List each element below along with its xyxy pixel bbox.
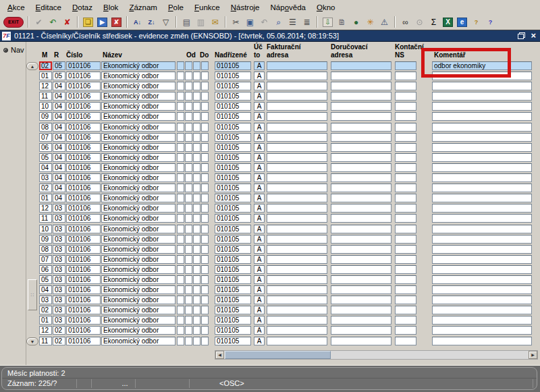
cell-fakt[interactable] xyxy=(267,326,327,335)
cell-uc[interactable]: A xyxy=(254,214,265,223)
cell-nazev[interactable]: Ekonomický odbor xyxy=(101,163,176,172)
cell-m[interactable]: 11 xyxy=(39,214,52,223)
cell-doruc[interactable] xyxy=(331,153,392,162)
cell-s2[interactable] xyxy=(185,204,192,213)
cell-m[interactable]: 12 xyxy=(39,204,52,213)
cell-r[interactable]: 03 xyxy=(53,225,65,233)
cell-kont[interactable] xyxy=(395,265,416,274)
cell-doruc[interactable] xyxy=(331,214,392,223)
cell-s2[interactable] xyxy=(185,194,192,202)
cell-s1[interactable] xyxy=(177,275,184,284)
cell-nazev[interactable]: Ekonomický odbor xyxy=(101,255,176,264)
cell-nadrizene[interactable]: 010105 xyxy=(215,61,251,70)
cell-m[interactable]: 10 xyxy=(39,102,52,111)
cell-s4[interactable] xyxy=(201,337,209,345)
cell-s2[interactable] xyxy=(185,225,192,233)
cell-doruc[interactable] xyxy=(331,316,392,325)
cell-r[interactable]: 03 xyxy=(53,214,65,223)
scan-icon[interactable]: ▥ xyxy=(194,16,208,29)
cell-s3[interactable] xyxy=(193,61,200,70)
cell-uc[interactable]: A xyxy=(254,225,265,233)
browser-icon[interactable]: e xyxy=(455,16,469,29)
cell-s3[interactable] xyxy=(193,316,200,325)
cell-nazev[interactable]: Ekonomický odbor xyxy=(101,275,176,284)
cell-s1[interactable] xyxy=(177,235,184,244)
cell-m[interactable]: 02 xyxy=(39,184,52,192)
cell-r[interactable]: 05 xyxy=(53,61,65,70)
cell-m[interactable]: 02 xyxy=(39,61,52,70)
cell-s1[interactable] xyxy=(177,82,184,90)
cell-fakt[interactable] xyxy=(267,92,327,101)
cell-r[interactable]: 03 xyxy=(53,245,65,254)
cell-kont[interactable] xyxy=(395,285,416,294)
cell-doruc[interactable] xyxy=(331,245,392,254)
cell-uc[interactable]: A xyxy=(254,143,265,152)
document-icon[interactable]: 🗎 xyxy=(335,16,349,29)
cell-nadrizene[interactable]: 010105 xyxy=(215,194,251,202)
cell-kont[interactable] xyxy=(395,184,416,192)
cell-kont[interactable] xyxy=(395,194,416,202)
cell-doruc[interactable] xyxy=(331,296,392,304)
cell-cislo[interactable]: 010106 xyxy=(66,82,101,90)
cell-fakt[interactable] xyxy=(267,275,327,284)
cell-komentar[interactable] xyxy=(432,275,532,284)
cell-s3[interactable] xyxy=(193,92,200,101)
cell-kont[interactable] xyxy=(395,306,416,314)
menu-item-okno[interactable]: Okno xyxy=(311,1,341,13)
cell-s3[interactable] xyxy=(193,173,200,182)
cell-s2[interactable] xyxy=(185,316,192,325)
cell-fakt[interactable] xyxy=(267,173,327,182)
cell-fakt[interactable] xyxy=(267,61,327,70)
cell-fakt[interactable] xyxy=(267,82,327,90)
cell-cislo[interactable]: 010106 xyxy=(66,61,101,70)
cell-doruc[interactable] xyxy=(331,123,392,132)
cell-m[interactable]: 03 xyxy=(39,173,52,182)
excel-icon[interactable]: X xyxy=(441,16,455,29)
cell-r[interactable]: 04 xyxy=(53,184,65,192)
cell-fakt[interactable] xyxy=(267,123,327,132)
cell-doruc[interactable] xyxy=(331,337,392,345)
cell-nadrizene[interactable]: 010105 xyxy=(215,245,251,254)
cell-komentar[interactable] xyxy=(432,123,532,132)
cell-uc[interactable]: A xyxy=(254,173,265,182)
cell-uc[interactable]: A xyxy=(254,337,265,345)
cell-s3[interactable] xyxy=(193,143,200,152)
cell-m[interactable]: 05 xyxy=(39,153,52,162)
nav-item[interactable]: Nav xyxy=(3,46,26,54)
cell-s3[interactable] xyxy=(193,72,200,80)
cell-nazev[interactable]: Ekonomický odbor xyxy=(101,173,176,182)
cell-doruc[interactable] xyxy=(331,255,392,264)
sigma-icon[interactable]: Σ xyxy=(427,16,441,29)
cell-m[interactable]: 04 xyxy=(39,163,52,172)
menu-item-blok[interactable]: Blok xyxy=(98,1,124,13)
cell-s1[interactable] xyxy=(177,265,184,274)
cell-s4[interactable] xyxy=(201,184,209,192)
cell-komentar[interactable] xyxy=(432,163,532,172)
cell-r[interactable]: 03 xyxy=(53,296,65,304)
cell-s3[interactable] xyxy=(193,306,200,314)
cell-cislo[interactable]: 010106 xyxy=(66,326,101,335)
cell-cislo[interactable]: 010106 xyxy=(66,194,101,202)
cell-r[interactable]: 03 xyxy=(53,285,65,294)
run-query-icon[interactable]: ▶ xyxy=(95,16,109,29)
cell-s2[interactable] xyxy=(185,296,192,304)
cell-nadrizene[interactable]: 010105 xyxy=(215,123,251,132)
cell-r[interactable]: 04 xyxy=(53,92,65,101)
menu-item-funkce[interactable]: Funkce xyxy=(189,1,225,13)
cell-cislo[interactable]: 010106 xyxy=(66,316,101,325)
cell-s2[interactable] xyxy=(185,184,192,192)
cell-s4[interactable] xyxy=(201,306,209,314)
cell-uc[interactable]: A xyxy=(254,265,265,274)
cell-s2[interactable] xyxy=(185,326,192,335)
cell-s4[interactable] xyxy=(201,112,209,121)
sort-desc-icon[interactable]: Z↓ xyxy=(144,16,159,29)
cell-s2[interactable] xyxy=(185,61,192,70)
cell-m[interactable]: 05 xyxy=(39,275,52,284)
cell-kont[interactable] xyxy=(395,173,416,182)
cell-doruc[interactable] xyxy=(331,265,392,274)
cell-s4[interactable] xyxy=(201,204,209,213)
cell-doruc[interactable] xyxy=(331,235,392,244)
cell-nazev[interactable]: Ekonomický odbor xyxy=(101,123,176,132)
cell-s4[interactable] xyxy=(201,326,209,335)
cell-r[interactable]: 03 xyxy=(53,265,65,274)
